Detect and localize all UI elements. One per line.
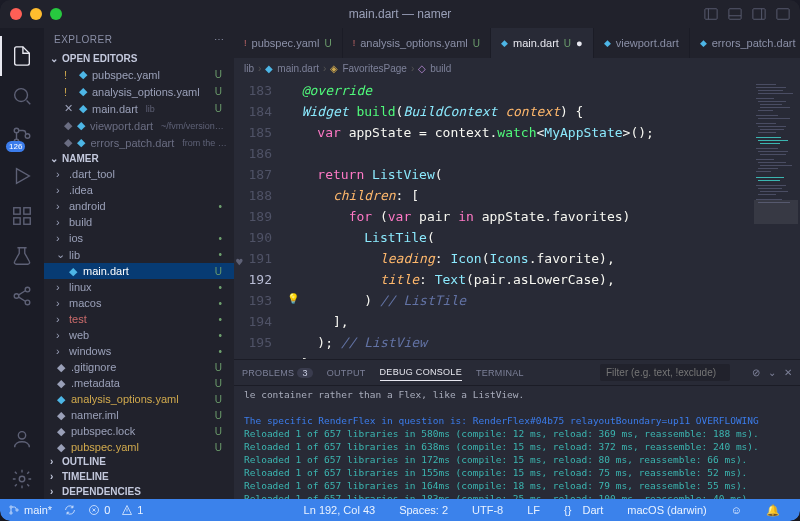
code-editor[interactable]: 183184185186187188189190♥191192193194195… xyxy=(234,78,800,359)
folder-item[interactable]: ›.idea xyxy=(44,182,234,198)
svg-point-60 xyxy=(16,509,18,511)
eol-item[interactable]: LF xyxy=(527,504,540,517)
debug-icon[interactable] xyxy=(0,156,44,196)
file-item[interactable]: ◆analysis_options.yamlU xyxy=(44,391,234,407)
editor-tab[interactable]: !pubspec.yaml U xyxy=(234,28,343,58)
editor-tab[interactable]: ◆main.dart U ● xyxy=(491,28,594,58)
editor-tab[interactable]: ◆viewport.dart xyxy=(594,28,690,58)
svg-rect-25 xyxy=(758,90,783,91)
status-bar: main* 0 1 Ln 192, Col 43 Spaces: 2 UTF-8… xyxy=(0,499,800,521)
errors-item[interactable]: 0 1 xyxy=(88,504,143,516)
feedback-icon[interactable]: ☺ xyxy=(731,504,742,517)
editor-tab[interactable]: ◆errors_patch.dart xyxy=(690,28,800,58)
dependencies-header[interactable]: ›DEPENDENCIES xyxy=(44,484,234,499)
svg-point-19 xyxy=(18,432,25,439)
extensions-icon[interactable] xyxy=(0,196,44,236)
svg-rect-51 xyxy=(756,185,786,186)
svg-rect-37 xyxy=(758,132,776,133)
svg-rect-45 xyxy=(758,162,786,163)
output-tab[interactable]: OUTPUT xyxy=(327,365,366,381)
debug-console-tab[interactable]: DEBUG CONSOLE xyxy=(380,364,462,381)
settings-icon[interactable] xyxy=(0,459,44,499)
share-icon[interactable] xyxy=(0,276,44,316)
svg-rect-34 xyxy=(756,123,776,124)
chevron-down-icon[interactable]: ⌄ xyxy=(768,367,776,378)
svg-rect-48 xyxy=(756,171,771,172)
svg-rect-39 xyxy=(758,140,788,141)
bell-icon[interactable]: 🔔 xyxy=(766,504,780,517)
explorer-icon[interactable] xyxy=(0,36,44,76)
panel-filter[interactable] xyxy=(600,364,730,381)
testing-icon[interactable] xyxy=(0,236,44,276)
breadcrumb[interactable]: lib› ◆main.dart› ◈FavoritesPage› ◇build xyxy=(234,58,800,78)
minimap[interactable] xyxy=(752,78,800,359)
open-editor-item[interactable]: ◆◆errors_patch.dartfrom the SDK xyxy=(44,134,234,151)
open-editor-item[interactable]: !◆pubspec.yamlU xyxy=(44,66,234,83)
panel-tabs: PROBLEMS3 OUTPUT DEBUG CONSOLE TERMINAL … xyxy=(234,360,800,386)
folder-item[interactable]: ›windows• xyxy=(44,343,234,359)
open-editor-item[interactable]: ✕◆main.dartlibU xyxy=(44,100,234,117)
svg-rect-44 xyxy=(756,159,774,160)
close-panel-icon[interactable]: ✕ xyxy=(784,367,792,378)
svg-point-58 xyxy=(10,506,12,508)
cursor-position[interactable]: Ln 192, Col 43 xyxy=(304,504,376,517)
sync-item[interactable] xyxy=(64,504,76,516)
window-title: main.dart — namer xyxy=(0,7,800,21)
open-editor-item[interactable]: ◆◆viewport.dart~/fvm/versions/stable/pac… xyxy=(44,117,234,134)
terminal-tab[interactable]: TERMINAL xyxy=(476,365,524,381)
filter-input[interactable] xyxy=(600,364,730,381)
svg-rect-53 xyxy=(760,191,788,192)
svg-rect-49 xyxy=(756,177,784,178)
branch-item[interactable]: main* xyxy=(8,504,52,516)
outline-header[interactable]: ›OUTLINE xyxy=(44,454,234,469)
source-control-icon[interactable]: 126 xyxy=(0,116,44,156)
encoding-item[interactable]: UTF-8 xyxy=(472,504,503,517)
code-content[interactable]: @override Widget build(BuildContext cont… xyxy=(286,78,752,359)
folder-item[interactable]: ›test• xyxy=(44,311,234,327)
svg-rect-32 xyxy=(756,115,778,116)
folder-item[interactable]: ⌄lib• xyxy=(44,246,234,263)
folder-item[interactable]: ›linux• xyxy=(44,279,234,295)
language-item[interactable]: {} Dart xyxy=(564,504,603,517)
more-icon[interactable]: ⋯ xyxy=(214,34,225,45)
editor-tab[interactable]: !analysis_options.yaml U xyxy=(343,28,491,58)
svg-rect-57 xyxy=(754,200,798,224)
open-editor-item[interactable]: !◆analysis_options.yamlU xyxy=(44,83,234,100)
svg-point-8 xyxy=(14,128,19,133)
project-header[interactable]: ⌄NAMER xyxy=(44,151,234,166)
timeline-header[interactable]: ›TIMELINE xyxy=(44,469,234,484)
svg-point-59 xyxy=(10,512,12,514)
device-item[interactable]: macOS (darwin) xyxy=(627,504,706,517)
spaces-item[interactable]: Spaces: 2 xyxy=(399,504,448,517)
search-icon[interactable] xyxy=(0,76,44,116)
file-item[interactable]: ◆.metadataU xyxy=(44,375,234,391)
debug-console-output[interactable]: le container rather than a Flex, like a … xyxy=(234,386,800,499)
svg-rect-55 xyxy=(756,199,782,200)
folder-item[interactable]: ›build xyxy=(44,214,234,230)
problems-tab[interactable]: PROBLEMS3 xyxy=(242,365,313,381)
svg-rect-35 xyxy=(758,126,786,127)
clear-icon[interactable]: ⊘ xyxy=(752,367,760,378)
svg-point-20 xyxy=(19,476,25,482)
folder-item[interactable]: ›android• xyxy=(44,198,234,214)
svg-rect-43 xyxy=(760,154,786,155)
scm-badge: 126 xyxy=(6,141,25,152)
open-editors-header[interactable]: ⌄OPEN EDITORS xyxy=(44,51,234,66)
svg-marker-11 xyxy=(17,169,30,184)
file-item[interactable]: ◆namer.imlU xyxy=(44,407,234,423)
file-item[interactable]: ◆main.dartU xyxy=(44,263,234,279)
svg-rect-31 xyxy=(758,110,773,111)
svg-point-10 xyxy=(25,134,30,139)
file-item[interactable]: ◆.gitignoreU xyxy=(44,359,234,375)
svg-point-16 xyxy=(25,287,30,292)
line-numbers: 183184185186187188189190♥191192193194195… xyxy=(234,78,286,359)
folder-item[interactable]: ›.dart_tool xyxy=(44,166,234,182)
folder-item[interactable]: ›macos• xyxy=(44,295,234,311)
account-icon[interactable] xyxy=(0,419,44,459)
svg-rect-12 xyxy=(14,208,20,214)
svg-rect-30 xyxy=(760,107,790,108)
folder-item[interactable]: ›web• xyxy=(44,327,234,343)
folder-item[interactable]: ›ios• xyxy=(44,230,234,246)
file-item[interactable]: ◆pubspec.yamlU xyxy=(44,439,234,454)
file-item[interactable]: ◆pubspec.lockU xyxy=(44,423,234,439)
